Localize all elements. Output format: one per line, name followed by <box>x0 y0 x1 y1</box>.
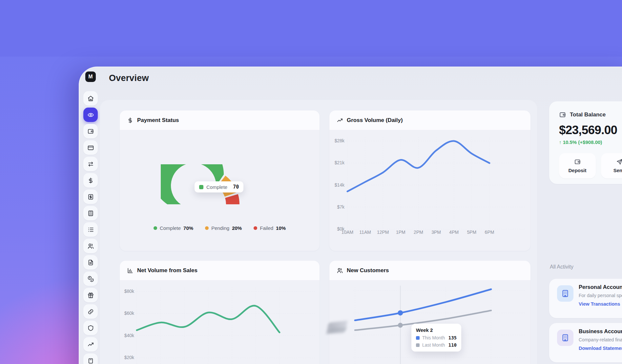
y-axis-tick: $7k <box>329 204 344 210</box>
trending-up-icon <box>337 117 343 124</box>
sidebar-item-credit-card[interactable] <box>83 140 98 155</box>
sidebar-item-arrows[interactable] <box>83 157 98 171</box>
new-customers-body: Week 2 This Month135Last Month110 <box>329 280 530 364</box>
activity-card-business-account[interactable]: Business Account Company-related finance… <box>549 323 622 362</box>
y-axis-tick: $14k <box>329 182 344 188</box>
activity-subtitle: Company-related finances <box>579 337 622 342</box>
customers-tooltip: Week 2 This Month135Last Month110 <box>411 324 461 352</box>
legend-label: Pending <box>211 225 229 231</box>
arrows-icon <box>87 161 94 168</box>
customers-line-this-month <box>355 289 491 320</box>
net-volume-card: Net Volume from Sales $80k$60k$40k$20k <box>120 261 320 364</box>
tooltip-label: Complete <box>206 184 227 190</box>
card-header: Gross Volume (Daily) <box>329 111 530 130</box>
shield-icon <box>87 325 94 332</box>
sidebar-item-list[interactable] <box>83 222 98 237</box>
users-icon <box>337 267 343 274</box>
send-icon <box>616 158 622 165</box>
trending-up-icon <box>337 117 343 124</box>
desktop: { "app": { "logo": "M", "page_title": "O… <box>0 0 622 364</box>
tooltip-row: This Month135 <box>416 335 457 340</box>
sidebar-item-gift[interactable] <box>83 288 98 302</box>
users-icon <box>87 243 94 250</box>
building-icon <box>561 289 570 298</box>
deposit-button[interactable]: Deposit <box>559 153 596 178</box>
motion-blur-artifact <box>328 328 346 333</box>
legend-dot <box>254 226 257 230</box>
payment-status-card: Payment Status Complete 70 Complete70%Pe… <box>120 111 320 251</box>
sidebar-item-file[interactable] <box>83 255 98 270</box>
y-axis-tick: $80k <box>120 289 134 294</box>
activity-link[interactable]: View Transactions <box>579 301 620 307</box>
tooltip-title: Week 2 <box>416 327 457 333</box>
wallet-icon <box>559 111 566 118</box>
receipt-icon <box>87 193 94 200</box>
sidebar-item-users[interactable] <box>83 239 98 253</box>
balance-delta: ↑ 10.5% (+$908.00) <box>559 139 622 145</box>
send-button[interactable]: Send <box>601 153 622 178</box>
send-icon <box>616 158 622 165</box>
tooltip-series-value: 110 <box>448 342 457 348</box>
legend-value: 20% <box>232 225 242 231</box>
card-header: Net Volume from Sales <box>120 261 320 280</box>
y-axis-tick: $60k <box>120 311 134 316</box>
total-balance-card: Total Balance $23,569.00 ↑ 10.5% (+$908.… <box>549 101 622 184</box>
wallet-icon <box>574 158 581 165</box>
calculator-icon <box>87 210 94 217</box>
activity-link[interactable]: Download Statements <box>579 346 622 351</box>
activity-heading: All Activity <box>550 264 573 270</box>
marker-this-month <box>398 310 403 315</box>
sidebar-item-trending-up[interactable] <box>83 337 98 352</box>
dollar-icon <box>87 177 94 184</box>
dollar-icon <box>127 117 134 124</box>
legend-value: 10% <box>276 225 286 231</box>
balance-actions: DepositSend <box>559 153 622 178</box>
legend-value: 70% <box>183 225 193 231</box>
activity-card-personal-account[interactable]: Personal Account For daily personal spen… <box>549 279 622 318</box>
dollar-icon <box>127 117 134 124</box>
balance-amount: $23,569.00 <box>559 123 622 137</box>
sidebar-item-wallet[interactable] <box>83 124 98 138</box>
legend-dot <box>154 226 157 230</box>
tooltip-value: 70 <box>233 184 239 190</box>
page-title: Overview <box>109 73 149 83</box>
card-header: New Customers <box>329 261 530 280</box>
gross-volume-body: $28k$21k$14k$7k$0k10AM11AM12PM1PM2PM3PM4… <box>329 130 530 251</box>
sidebar-item-link[interactable] <box>83 304 98 319</box>
tooltip-swatch <box>199 185 203 189</box>
tooltip-series-name: Last Month <box>422 342 445 348</box>
sidebar-item-home[interactable] <box>83 91 98 106</box>
sidebar-item-receipt[interactable] <box>83 190 98 204</box>
box-icon <box>87 357 94 364</box>
wallet-icon <box>559 111 566 118</box>
users-icon <box>337 267 343 274</box>
bar-chart-icon <box>127 267 134 274</box>
tooltip-swatch <box>416 343 420 347</box>
card-header: Payment Status <box>120 111 320 130</box>
card-title: New Customers <box>347 267 389 274</box>
sidebar-item-calculator[interactable] <box>83 206 98 220</box>
sidebar-item-box[interactable] <box>83 354 98 364</box>
balance-label: Total Balance <box>570 111 606 118</box>
legend-label: Failed <box>260 225 273 231</box>
gauge-legend: Complete70%Pending20%Failed10% <box>120 225 320 231</box>
sidebar-item-coins[interactable] <box>83 272 98 286</box>
new-customers-card: New Customers Week 2 This Month135Last M… <box>329 261 530 364</box>
sidebar-item-eye[interactable] <box>83 108 98 122</box>
legend-item-complete: Complete70% <box>154 225 193 231</box>
link-icon <box>87 308 94 315</box>
x-axis-tick: 6PM <box>479 230 500 235</box>
payment-status-body: Complete 70 Complete70%Pending20%Failed1… <box>120 130 320 251</box>
eye-icon <box>87 111 94 118</box>
card-title: Gross Volume (Daily) <box>347 117 403 124</box>
bar-chart-icon <box>127 267 134 274</box>
coins-icon <box>87 275 94 282</box>
activity-title: Personal Account <box>579 284 622 290</box>
sidebar-item-dollar[interactable] <box>83 173 98 188</box>
sidebar-item-shield[interactable] <box>83 321 98 335</box>
app-window: M Overview Payment Status Complete 70 Co… <box>79 67 622 364</box>
card-title: Net Volume from Sales <box>137 267 197 274</box>
sidebar <box>83 91 98 364</box>
wallet-icon <box>574 158 581 165</box>
gift-icon <box>87 292 94 299</box>
